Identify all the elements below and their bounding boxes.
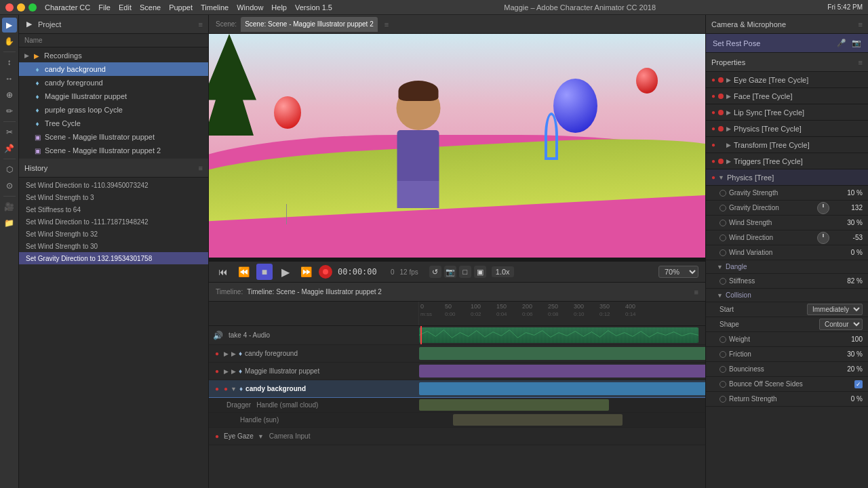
gravity-direction-radio[interactable] (719, 205, 726, 211)
play-button[interactable]: ▶ (278, 264, 293, 279)
tool-puppet[interactable]: ⬡ (2, 162, 17, 177)
section-lip-sync[interactable]: ● ▶ Lip Sync [Tree Cycle] (706, 104, 868, 121)
section-triggers[interactable]: ● ▶ Triggers [Tree Cycle] (706, 153, 868, 169)
section-face[interactable]: ● ▶ Face [Tree Cycle] (706, 88, 868, 104)
record-button[interactable] (319, 265, 332, 279)
bounciness-value[interactable]: 20 % (832, 365, 863, 373)
menu-file[interactable]: File (98, 3, 111, 12)
stiffness-value[interactable]: 82 % (832, 277, 863, 285)
speed-display[interactable]: 1.0x (492, 266, 514, 277)
tool-folder[interactable]: 📁 (2, 216, 17, 230)
go-to-start-button[interactable]: ⏮ (216, 264, 231, 279)
file-item-recordings[interactable]: ▶ ▶ Recordings (19, 49, 208, 62)
menu-scene[interactable]: Scene (140, 3, 161, 12)
zoom-display[interactable]: 70% 50% 100% (658, 266, 698, 278)
display-button[interactable]: □ (459, 266, 471, 278)
file-item-grass[interactable]: ♦ purple grass loop Cycle (19, 103, 208, 117)
file-item-candy-fg[interactable]: ♦ candy foreground (19, 76, 208, 89)
dangle-section[interactable]: ▼ Dangle (706, 260, 868, 274)
wind-direction-radio[interactable] (719, 235, 726, 241)
candy-fg-expand2[interactable]: ▶ (231, 350, 236, 357)
set-rest-pose-button[interactable]: Set Rest Pose 🎤 📷 (706, 34, 868, 53)
candy-fg-track-content[interactable] (419, 345, 705, 362)
gravity-strength-radio[interactable] (719, 190, 726, 197)
audio-track-content[interactable] (419, 326, 705, 344)
file-item-scene2[interactable]: ▣ Scene - Maggie Illustrator puppet 2 (19, 144, 208, 157)
tool-scissors[interactable]: ✂ (2, 125, 17, 140)
section-transform[interactable]: ● ▶ Transform [Tree Cycle] (706, 137, 868, 153)
collision-section[interactable]: ▼ Collision (706, 289, 868, 302)
tool-move-v[interactable]: ↕ (2, 55, 17, 70)
zoom-select[interactable]: 70% 50% 100% (658, 266, 698, 278)
maggie-track-content[interactable] (419, 363, 705, 380)
maggie-eye[interactable]: ● (213, 367, 221, 375)
camera-mode-button[interactable]: 📷 (444, 266, 456, 278)
file-item-scene1[interactable]: ▣ Scene - Maggie Illustrator puppet (19, 130, 208, 144)
return-strength-radio[interactable] (719, 396, 726, 403)
collision-start-select[interactable]: Immediately (807, 304, 863, 315)
friction-value[interactable]: 30 % (832, 350, 863, 358)
candy-bg-eye[interactable]: ● (213, 385, 221, 393)
maggie-expand2[interactable]: ▶ (231, 368, 236, 375)
step-back-button[interactable]: ⏪ (236, 264, 251, 279)
wind-direction-value[interactable]: -53 (832, 234, 863, 241)
eye-gaze-track-content[interactable] (419, 428, 705, 445)
dragger-track-content[interactable] (419, 398, 705, 412)
menu-edit[interactable]: Edit (119, 3, 132, 12)
friction-radio[interactable] (719, 351, 726, 358)
tool-circle[interactable]: ⊙ (2, 178, 17, 193)
file-item-candy-bg[interactable]: ♦ candy background (19, 62, 208, 76)
candy-bg-track-content[interactable] (419, 380, 705, 397)
scene-tab[interactable]: Scene: Scene - Maggie Illustrator puppet… (241, 17, 378, 32)
wind-direction-dial[interactable] (817, 232, 829, 244)
tool-pen[interactable]: ✏ (2, 104, 17, 119)
wind-strength-radio[interactable] (719, 220, 726, 226)
menu-app[interactable]: Character CC (45, 3, 90, 12)
history-item-4[interactable]: Set Wind Strength to 32 (19, 228, 208, 240)
menu-timeline[interactable]: Timeline (201, 3, 229, 12)
tool-hand[interactable]: ✋ (2, 34, 17, 49)
history-item-0[interactable]: Set Wind Direction to -110.39450073242 (19, 179, 208, 191)
timeline-menu-icon[interactable]: ≡ (694, 288, 698, 296)
camera-mic-menu-icon[interactable]: ≡ (859, 20, 863, 28)
history-item-3[interactable]: Set Wind Direction to -111.71871948242 (19, 216, 208, 228)
tool-camera[interactable]: 🎥 (2, 199, 17, 214)
menu-help[interactable]: Help (271, 3, 287, 12)
history-item-1[interactable]: Set Wind Strength to 3 (19, 191, 208, 203)
section-physics-tree[interactable]: ● ▼ Physics [Tree] (706, 169, 868, 186)
handle-sun-track-content[interactable] (419, 413, 705, 427)
wind-strength-value[interactable]: 30 % (832, 219, 863, 226)
close-button[interactable] (5, 3, 14, 12)
history-item-5[interactable]: Set Wind Strength to 30 (19, 240, 208, 252)
project-menu-icon[interactable]: ≡ (199, 20, 203, 28)
collision-shape-select[interactable]: Contour (819, 319, 863, 330)
project-expand-icon[interactable]: ▶ (24, 20, 34, 29)
bounciness-radio[interactable] (719, 366, 726, 373)
weight-value[interactable]: 100 (832, 336, 863, 343)
wind-variation-radio[interactable] (719, 249, 726, 256)
eye-gaze-eye[interactable]: ● (213, 432, 221, 441)
candy-fg-expand[interactable]: ▶ (224, 350, 229, 357)
maximize-button[interactable] (28, 3, 37, 12)
stop-button[interactable]: ■ (256, 264, 273, 280)
file-item-maggie[interactable]: ♦ Maggie Illustrator puppet (19, 89, 208, 103)
play-forward-button[interactable]: ⏩ (298, 264, 313, 279)
bounce-scene-radio[interactable] (719, 381, 726, 388)
gravity-direction-value[interactable]: 132 (832, 204, 863, 211)
candy-bg-expand[interactable]: ▼ (231, 386, 237, 392)
properties-menu-icon[interactable]: ≡ (859, 58, 863, 66)
scene-tab-menu[interactable]: ≡ (384, 20, 389, 28)
candy-bg-rec[interactable]: ● (224, 385, 228, 392)
history-item-2[interactable]: Set Stiffness to 64 (19, 203, 208, 216)
return-strength-value[interactable]: 0 % (832, 395, 863, 403)
bg-button[interactable]: ▣ (474, 266, 486, 278)
gravity-strength-value[interactable]: 10 % (832, 189, 863, 197)
file-item-tree[interactable]: ♦ Tree Cycle (19, 117, 208, 130)
history-menu-icon[interactable]: ≡ (199, 164, 203, 172)
section-physics-tree-cycle[interactable]: ● ▶ Physics [Tree Cycle] (706, 121, 868, 137)
candy-fg-eye[interactable]: ● (213, 350, 221, 358)
maggie-expand[interactable]: ▶ (224, 368, 229, 375)
loop-button[interactable]: ↺ (429, 266, 441, 278)
menu-puppet[interactable]: Puppet (169, 3, 193, 12)
menu-window[interactable]: Window (237, 3, 263, 12)
